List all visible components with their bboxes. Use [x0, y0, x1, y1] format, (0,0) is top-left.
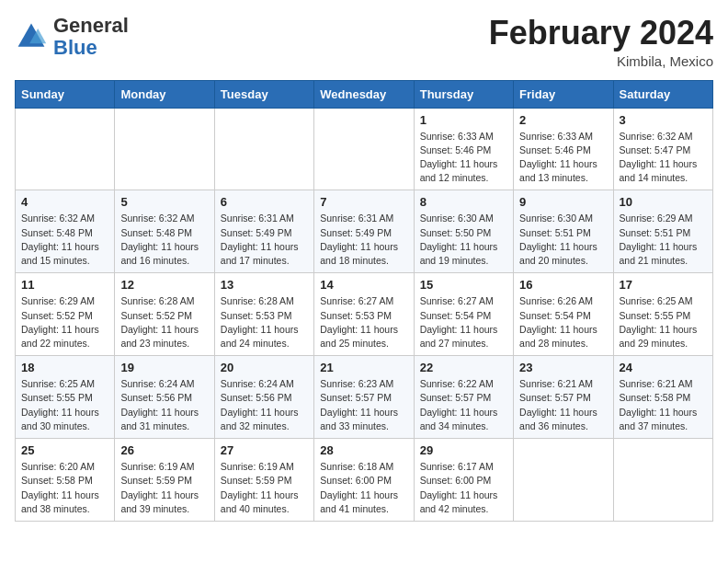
calendar-cell [314, 108, 414, 190]
day-number: 27 [221, 443, 308, 457]
day-info: Sunrise: 6:28 AMSunset: 5:52 PMDaylight:… [120, 294, 208, 350]
day-number: 25 [21, 443, 108, 457]
day-info: Sunrise: 6:21 AMSunset: 5:58 PMDaylight:… [620, 377, 707, 433]
day-info: Sunrise: 6:33 AMSunset: 5:46 PMDaylight:… [420, 130, 507, 186]
calendar-cell: 20Sunrise: 6:24 AMSunset: 5:56 PMDayligh… [214, 356, 313, 439]
calendar-cell [214, 108, 313, 190]
day-info: Sunrise: 6:28 AMSunset: 5:53 PMDaylight:… [221, 294, 308, 350]
day-number: 18 [21, 361, 108, 374]
day-number: 29 [420, 443, 507, 457]
day-info: Sunrise: 6:32 AMSunset: 5:48 PMDaylight:… [120, 212, 208, 268]
day-number: 16 [519, 278, 607, 292]
day-info: Sunrise: 6:19 AMSunset: 5:59 PMDaylight:… [120, 460, 208, 516]
day-info: Sunrise: 6:32 AMSunset: 5:47 PMDaylight:… [620, 130, 707, 186]
day-info: Sunrise: 6:22 AMSunset: 5:57 PMDaylight:… [420, 377, 507, 433]
day-info: Sunrise: 6:25 AMSunset: 5:55 PMDaylight:… [620, 294, 707, 350]
col-header-tuesday: Tuesday [214, 80, 313, 108]
day-info: Sunrise: 6:29 AMSunset: 5:51 PMDaylight:… [620, 212, 707, 268]
day-number: 5 [120, 195, 208, 209]
day-info: Sunrise: 6:27 AMSunset: 5:53 PMDaylight:… [320, 294, 407, 350]
calendar-cell: 21Sunrise: 6:23 AMSunset: 5:57 PMDayligh… [314, 356, 414, 439]
day-info: Sunrise: 6:31 AMSunset: 5:49 PMDaylight:… [221, 212, 308, 268]
day-info: Sunrise: 6:31 AMSunset: 5:49 PMDaylight:… [320, 212, 407, 268]
location-subtitle: Kimbila, Mexico [489, 53, 713, 69]
calendar-cell: 3Sunrise: 6:32 AMSunset: 5:47 PMDaylight… [613, 108, 712, 190]
calendar-cell: 28Sunrise: 6:18 AMSunset: 6:00 PMDayligh… [314, 439, 414, 522]
calendar-header-row: SundayMondayTuesdayWednesdayThursdayFrid… [16, 80, 713, 108]
page-header: General Blue February 2024 Kimbila, Mexi… [15, 15, 713, 69]
day-info: Sunrise: 6:30 AMSunset: 5:51 PMDaylight:… [519, 212, 607, 268]
col-header-saturday: Saturday [613, 80, 712, 108]
calendar-cell [115, 108, 214, 190]
calendar-cell: 13Sunrise: 6:28 AMSunset: 5:53 PMDayligh… [214, 273, 313, 356]
day-info: Sunrise: 6:30 AMSunset: 5:50 PMDaylight:… [420, 212, 507, 268]
calendar-cell: 1Sunrise: 6:33 AMSunset: 5:46 PMDaylight… [414, 108, 513, 190]
calendar-cell: 22Sunrise: 6:22 AMSunset: 5:57 PMDayligh… [414, 356, 513, 439]
logo-blue: Blue [53, 36, 97, 59]
day-info: Sunrise: 6:32 AMSunset: 5:48 PMDaylight:… [21, 212, 108, 268]
calendar-cell: 14Sunrise: 6:27 AMSunset: 5:53 PMDayligh… [314, 273, 414, 356]
day-info: Sunrise: 6:25 AMSunset: 5:55 PMDaylight:… [21, 377, 108, 433]
calendar-cell: 23Sunrise: 6:21 AMSunset: 5:57 PMDayligh… [514, 356, 613, 439]
calendar-cell: 6Sunrise: 6:31 AMSunset: 5:49 PMDaylight… [214, 190, 313, 273]
day-number: 3 [620, 113, 707, 127]
calendar-week-row: 1Sunrise: 6:33 AMSunset: 5:46 PMDaylight… [16, 108, 713, 190]
calendar-week-row: 18Sunrise: 6:25 AMSunset: 5:55 PMDayligh… [16, 356, 713, 439]
calendar-week-row: 25Sunrise: 6:20 AMSunset: 5:58 PMDayligh… [16, 439, 713, 522]
day-info: Sunrise: 6:29 AMSunset: 5:52 PMDaylight:… [21, 294, 108, 350]
day-number: 23 [519, 361, 607, 374]
logo-general: General [53, 14, 129, 37]
calendar-cell: 7Sunrise: 6:31 AMSunset: 5:49 PMDaylight… [314, 190, 414, 273]
calendar-cell: 10Sunrise: 6:29 AMSunset: 5:51 PMDayligh… [613, 190, 712, 273]
day-number: 14 [320, 278, 407, 292]
logo: General Blue [15, 15, 129, 59]
day-number: 10 [620, 195, 707, 209]
day-info: Sunrise: 6:21 AMSunset: 5:57 PMDaylight:… [519, 377, 607, 433]
day-number: 19 [120, 361, 208, 374]
calendar-cell [514, 439, 613, 522]
calendar-cell: 4Sunrise: 6:32 AMSunset: 5:48 PMDaylight… [16, 190, 115, 273]
calendar-cell: 24Sunrise: 6:21 AMSunset: 5:58 PMDayligh… [613, 356, 712, 439]
day-info: Sunrise: 6:18 AMSunset: 6:00 PMDaylight:… [320, 460, 407, 516]
calendar-cell: 12Sunrise: 6:28 AMSunset: 5:52 PMDayligh… [115, 273, 214, 356]
day-info: Sunrise: 6:23 AMSunset: 5:57 PMDaylight:… [320, 377, 407, 433]
col-header-monday: Monday [115, 80, 214, 108]
day-info: Sunrise: 6:27 AMSunset: 5:54 PMDaylight:… [420, 294, 507, 350]
day-number: 12 [120, 278, 208, 292]
day-info: Sunrise: 6:20 AMSunset: 5:58 PMDaylight:… [21, 460, 108, 516]
day-number: 15 [420, 278, 507, 292]
day-info: Sunrise: 6:24 AMSunset: 5:56 PMDaylight:… [221, 377, 308, 433]
day-number: 20 [221, 361, 308, 374]
calendar-cell [16, 108, 115, 190]
day-info: Sunrise: 6:33 AMSunset: 5:46 PMDaylight:… [519, 130, 607, 186]
calendar-cell: 2Sunrise: 6:33 AMSunset: 5:46 PMDaylight… [514, 108, 613, 190]
day-number: 22 [420, 361, 507, 374]
month-year-title: February 2024 [489, 15, 713, 52]
calendar-week-row: 11Sunrise: 6:29 AMSunset: 5:52 PMDayligh… [16, 273, 713, 356]
calendar-cell: 8Sunrise: 6:30 AMSunset: 5:50 PMDaylight… [414, 190, 513, 273]
col-header-thursday: Thursday [414, 80, 513, 108]
calendar-cell: 29Sunrise: 6:17 AMSunset: 6:00 PMDayligh… [414, 439, 513, 522]
col-header-wednesday: Wednesday [314, 80, 414, 108]
col-header-sunday: Sunday [16, 80, 115, 108]
day-info: Sunrise: 6:17 AMSunset: 6:00 PMDaylight:… [420, 460, 507, 516]
day-info: Sunrise: 6:19 AMSunset: 5:59 PMDaylight:… [221, 460, 308, 516]
calendar-cell: 25Sunrise: 6:20 AMSunset: 5:58 PMDayligh… [16, 439, 115, 522]
logo-icon [15, 20, 48, 53]
day-number: 11 [21, 278, 108, 292]
day-number: 9 [519, 195, 607, 209]
calendar-cell: 27Sunrise: 6:19 AMSunset: 5:59 PMDayligh… [214, 439, 313, 522]
calendar-cell: 16Sunrise: 6:26 AMSunset: 5:54 PMDayligh… [514, 273, 613, 356]
calendar-cell: 11Sunrise: 6:29 AMSunset: 5:52 PMDayligh… [16, 273, 115, 356]
day-number: 24 [620, 361, 707, 374]
day-info: Sunrise: 6:26 AMSunset: 5:54 PMDaylight:… [519, 294, 607, 350]
day-number: 1 [420, 113, 507, 127]
title-block: February 2024 Kimbila, Mexico [489, 15, 713, 69]
calendar-cell: 17Sunrise: 6:25 AMSunset: 5:55 PMDayligh… [613, 273, 712, 356]
calendar-cell: 26Sunrise: 6:19 AMSunset: 5:59 PMDayligh… [115, 439, 214, 522]
day-number: 4 [21, 195, 108, 209]
calendar-cell: 5Sunrise: 6:32 AMSunset: 5:48 PMDaylight… [115, 190, 214, 273]
day-number: 8 [420, 195, 507, 209]
calendar-week-row: 4Sunrise: 6:32 AMSunset: 5:48 PMDaylight… [16, 190, 713, 273]
calendar-cell: 18Sunrise: 6:25 AMSunset: 5:55 PMDayligh… [16, 356, 115, 439]
